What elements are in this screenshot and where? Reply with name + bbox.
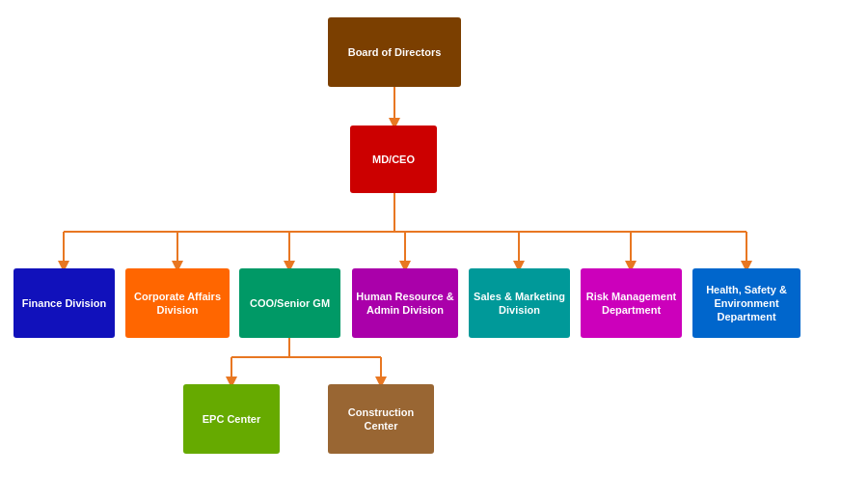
risk-box: Risk Management Department bbox=[581, 268, 682, 338]
hr-box: Human Resource & Admin Division bbox=[352, 268, 458, 338]
org-chart: Board of Directors MD/CEO Finance Divisi… bbox=[0, 0, 868, 502]
ceo-box: MD/CEO bbox=[350, 126, 437, 193]
sales-box: Sales & Marketing Division bbox=[469, 268, 570, 338]
construction-box: Construction Center bbox=[328, 384, 434, 454]
epc-box: EPC Center bbox=[183, 384, 280, 454]
corporate-box: Corporate Affairs Division bbox=[125, 268, 230, 338]
coo-box: COO/Senior GM bbox=[239, 268, 340, 338]
hse-box: Health, Safety & Environment Department bbox=[692, 268, 800, 338]
finance-box: Finance Division bbox=[14, 268, 115, 338]
board-of-directors-box: Board of Directors bbox=[328, 17, 461, 87]
